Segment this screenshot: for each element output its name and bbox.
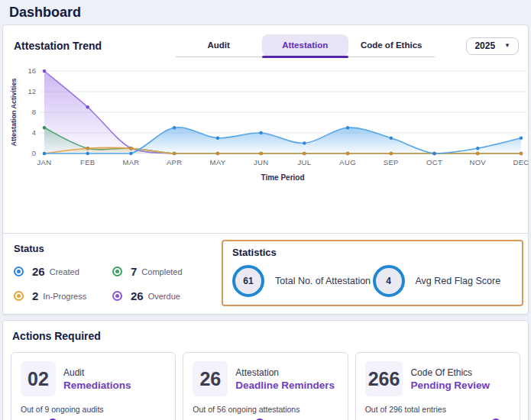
status-item-in-progress: 2In-Progress — [14, 289, 112, 302]
tab-audit[interactable]: Audit — [176, 34, 262, 57]
action-category: Audit — [63, 367, 131, 378]
status-item-overdue: 26Overdue — [112, 289, 211, 302]
stat-circle: 4 — [373, 265, 405, 297]
overdue-status-icon — [112, 291, 122, 301]
action-category: Code Of Ethics — [410, 367, 490, 378]
action-caption: Out of 296 total entries — [365, 405, 510, 414]
svg-text:OCT: OCT — [426, 158, 442, 166]
svg-text:12: 12 — [28, 87, 36, 95]
action-link[interactable]: Deadline Reminders — [235, 380, 335, 391]
svg-text:0: 0 — [32, 149, 36, 157]
status-statistics-row: Status 26Created7Completed2In-Progress26… — [3, 234, 528, 314]
year-select[interactable]: 2025 ▼ — [466, 37, 519, 55]
action-card-remediations: 02AuditRemediationsOut of 9 ongoing audi… — [11, 352, 176, 420]
svg-text:Time Period: Time Period — [261, 173, 304, 182]
action-caption: Out of 56 ongoing attestations — [193, 405, 338, 414]
status-title: Status — [14, 243, 211, 254]
action-count: 26 — [193, 361, 228, 396]
tab-attestation[interactable]: Attestation — [262, 34, 348, 57]
action-titles: Code Of EthicsPending Review — [410, 367, 490, 391]
stat-circle: 61 — [232, 265, 264, 297]
svg-text:JUL: JUL — [297, 158, 311, 166]
status-grid: 26Created7Completed2In-Progress26Overdue — [14, 265, 211, 302]
svg-text:FEB: FEB — [80, 158, 95, 166]
status-item-created: 26Created — [14, 265, 112, 278]
statistics-row: 61Total No. of Attestation4Avg Red Flag … — [232, 265, 513, 297]
status-label: Completed — [141, 267, 182, 276]
completed-status-icon — [112, 267, 122, 276]
statistics-title: Statistics — [232, 247, 513, 258]
in-progress-status-icon — [14, 291, 24, 301]
page-title: Dashboard — [9, 5, 522, 21]
page-header: Dashboard — [0, 0, 531, 24]
svg-text:JUN: JUN — [254, 158, 268, 166]
svg-text:NOV: NOV — [470, 158, 487, 166]
svg-text:MAY: MAY — [210, 158, 226, 166]
stat-total-no-of-attestation: 61Total No. of Attestation — [232, 265, 373, 297]
svg-text:16: 16 — [28, 66, 36, 75]
status-count: 26 — [32, 265, 45, 278]
svg-text:4: 4 — [32, 128, 36, 137]
statistics-box: Statistics 61Total No. of Attestation4Av… — [222, 240, 523, 306]
action-count: 02 — [21, 361, 56, 396]
action-card-pending-review: 266Code Of EthicsPending ReviewOut of 29… — [355, 352, 520, 420]
action-titles: AttestationDeadline Reminders — [235, 367, 335, 391]
status-section: Status 26Created7Completed2In-Progress26… — [14, 240, 211, 306]
svg-text:DEC: DEC — [513, 158, 529, 166]
stat-avg-red-flag-score: 4Avg Red Flag Score — [373, 265, 513, 297]
svg-text:AUG: AUG — [339, 158, 356, 166]
year-select-value: 2025 — [474, 40, 495, 51]
svg-text:Attestation Activities: Attestation Activities — [10, 78, 18, 146]
chevron-down-icon: ▼ — [504, 42, 510, 49]
status-label: In-Progress — [43, 292, 86, 301]
stat-label: Total No. of Attestation — [275, 276, 371, 286]
action-card-header: 02AuditRemediations — [21, 361, 166, 396]
svg-text:MAR: MAR — [122, 158, 139, 166]
svg-text:SEP: SEP — [384, 158, 399, 166]
actions-required-card: Actions Required 02AuditRemediationsOut … — [2, 320, 529, 420]
action-caption: Out of 9 ongoing audits — [21, 405, 166, 414]
status-count: 26 — [131, 289, 144, 302]
status-count: 2 — [32, 289, 38, 302]
svg-text:APR: APR — [167, 158, 182, 166]
action-count: 266 — [365, 361, 403, 396]
trend-card-title: Attestation Trend — [14, 40, 144, 52]
trend-card-header: Attestation Trend AuditAttestationCode o… — [3, 33, 528, 57]
stat-label: Avg Red Flag Score — [416, 276, 501, 286]
actions-row: 02AuditRemediationsOut of 9 ongoing audi… — [11, 352, 520, 420]
trend-tabs: AuditAttestationCode of Ethics — [176, 34, 435, 57]
trend-chart-svg: 0481216JANFEBMARAPRMAYJUNJULAUGSEPOCTNOV… — [8, 63, 530, 184]
actions-required-title: Actions Required — [12, 330, 519, 342]
tab-code-of-ethics[interactable]: Code of Ethics — [348, 34, 435, 57]
action-card-deadline-reminders: 26AttestationDeadline RemindersOut of 56… — [183, 352, 348, 420]
attestation-trend-card: Attestation Trend AuditAttestationCode o… — [2, 24, 529, 315]
status-item-completed: 7Completed — [112, 265, 211, 278]
created-status-icon — [14, 267, 24, 276]
status-label: Overdue — [148, 292, 180, 301]
action-card-header: 26AttestationDeadline Reminders — [193, 361, 338, 396]
action-category: Attestation — [235, 367, 335, 378]
attestation-trend-chart: 0481216JANFEBMARAPRMAYJUNJULAUGSEPOCTNOV… — [3, 57, 528, 187]
action-titles: AuditRemediations — [63, 367, 131, 391]
status-count: 7 — [131, 265, 137, 278]
action-link[interactable]: Pending Review — [410, 380, 490, 391]
action-card-header: 266Code Of EthicsPending Review — [365, 361, 510, 396]
dashboard-page: Dashboard Attestation Trend AuditAttesta… — [0, 0, 531, 420]
action-link[interactable]: Remediations — [63, 380, 131, 391]
svg-text:JAN: JAN — [37, 158, 52, 166]
status-label: Created — [50, 267, 79, 276]
svg-text:8: 8 — [32, 108, 36, 116]
